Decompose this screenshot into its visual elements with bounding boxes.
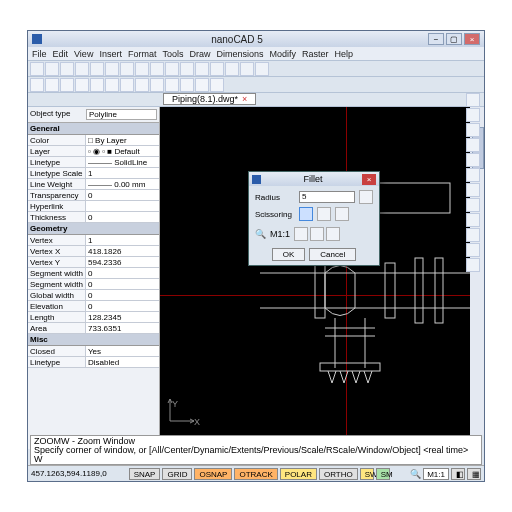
tool-icon[interactable] bbox=[105, 62, 119, 76]
command-line[interactable]: ZOOMW - Zoom Window Specify corner of wi… bbox=[30, 435, 482, 465]
status-sw[interactable]: SW bbox=[360, 468, 374, 480]
tool-icon[interactable] bbox=[30, 62, 44, 76]
tool-icon[interactable] bbox=[195, 78, 209, 92]
prop-value[interactable]: 594.2336 bbox=[86, 257, 159, 267]
prop-value[interactable]: 128.2345 bbox=[86, 312, 159, 322]
tool-icon[interactable] bbox=[150, 78, 164, 92]
vtool-icon[interactable] bbox=[466, 93, 480, 107]
tool-icon[interactable] bbox=[75, 78, 89, 92]
file-tab-close-icon[interactable]: × bbox=[242, 93, 247, 105]
prop-value[interactable]: 0 bbox=[86, 279, 159, 289]
status-snap[interactable]: SNAP bbox=[129, 468, 161, 480]
tool-icon[interactable] bbox=[225, 62, 239, 76]
prop-value[interactable]: Disabled bbox=[86, 357, 159, 367]
status-polar[interactable]: POLAR bbox=[280, 468, 317, 480]
vtool-icon[interactable] bbox=[466, 258, 480, 272]
scissor-mode-icon[interactable] bbox=[335, 207, 349, 221]
prop-value[interactable]: ▫ ◉ ▫ ■ Default bbox=[86, 146, 159, 156]
tool-icon[interactable] bbox=[60, 62, 74, 76]
tool-icon[interactable] bbox=[90, 78, 104, 92]
vtool-icon[interactable] bbox=[466, 123, 480, 137]
tool-icon[interactable] bbox=[150, 62, 164, 76]
vtool-icon[interactable] bbox=[466, 168, 480, 182]
close-button[interactable]: × bbox=[464, 33, 480, 45]
tool-icon[interactable] bbox=[255, 62, 269, 76]
vtool-icon[interactable] bbox=[466, 138, 480, 152]
menu-modify[interactable]: Modify bbox=[269, 47, 296, 60]
scissor-mode-icon[interactable] bbox=[299, 207, 313, 221]
status-extra-icon[interactable]: ◧ bbox=[451, 468, 465, 480]
tool-icon[interactable] bbox=[195, 62, 209, 76]
tool-icon[interactable] bbox=[75, 62, 89, 76]
tool-icon[interactable] bbox=[30, 78, 44, 92]
pencil-icon[interactable] bbox=[359, 190, 373, 204]
tool-icon[interactable] bbox=[180, 78, 194, 92]
menu-dimensions[interactable]: Dimensions bbox=[216, 47, 263, 60]
dialog-close-button[interactable]: × bbox=[362, 174, 376, 185]
prop-value[interactable]: Yes bbox=[86, 346, 159, 356]
minimize-button[interactable]: − bbox=[428, 33, 444, 45]
menu-tools[interactable]: Tools bbox=[162, 47, 183, 60]
maximize-button[interactable]: ▢ bbox=[446, 33, 462, 45]
tool-icon[interactable] bbox=[180, 62, 194, 76]
tool-icon[interactable] bbox=[165, 62, 179, 76]
ok-button[interactable]: OK bbox=[272, 248, 306, 261]
prop-value[interactable] bbox=[86, 201, 159, 211]
status-sm[interactable]: SM bbox=[376, 468, 390, 480]
prop-value[interactable]: 1 bbox=[86, 235, 159, 245]
prop-value[interactable]: □ By Layer bbox=[86, 135, 159, 145]
vtool-icon[interactable] bbox=[466, 213, 480, 227]
file-tab[interactable]: Piping(8.1).dwg*× bbox=[163, 93, 256, 105]
scissor-mode-icon[interactable] bbox=[317, 207, 331, 221]
vtool-icon[interactable] bbox=[466, 228, 480, 242]
drawing-canvas[interactable]: YX bbox=[160, 107, 470, 449]
menu-file[interactable]: File bbox=[32, 47, 47, 60]
tool-icon[interactable] bbox=[45, 78, 59, 92]
dialog-titlebar[interactable]: Fillet × bbox=[249, 172, 379, 186]
tool-icon[interactable] bbox=[120, 62, 134, 76]
menu-view[interactable]: View bbox=[74, 47, 93, 60]
prop-value[interactable]: 0 bbox=[86, 301, 159, 311]
status-scale[interactable]: M1:1 bbox=[423, 468, 449, 480]
tool-icon[interactable] bbox=[240, 62, 254, 76]
vtool-icon[interactable] bbox=[466, 153, 480, 167]
tool-icon[interactable] bbox=[210, 78, 224, 92]
menu-format[interactable]: Format bbox=[128, 47, 157, 60]
prop-value[interactable]: 0 bbox=[86, 290, 159, 300]
status-otrack[interactable]: OTRACK bbox=[234, 468, 277, 480]
dialog-tool-icon[interactable] bbox=[326, 227, 340, 241]
prop-value[interactable]: 733.6351 bbox=[86, 323, 159, 333]
radius-input[interactable]: 5 bbox=[299, 191, 355, 203]
vtool-icon[interactable] bbox=[466, 108, 480, 122]
status-ortho[interactable]: ORTHO bbox=[319, 468, 358, 480]
tool-icon[interactable] bbox=[135, 78, 149, 92]
prop-value[interactable]: 418.1826 bbox=[86, 246, 159, 256]
menu-help[interactable]: Help bbox=[335, 47, 354, 60]
prop-value[interactable]: 1 bbox=[86, 168, 159, 178]
prop-value[interactable]: 0 bbox=[86, 190, 159, 200]
dialog-tool-icon[interactable] bbox=[294, 227, 308, 241]
menu-edit[interactable]: Edit bbox=[53, 47, 69, 60]
vtool-icon[interactable] bbox=[466, 183, 480, 197]
status-extra-icon[interactable]: ▦ bbox=[467, 468, 481, 480]
menu-raster[interactable]: Raster bbox=[302, 47, 329, 60]
status-grid[interactable]: GRID bbox=[162, 468, 192, 480]
menu-draw[interactable]: Draw bbox=[189, 47, 210, 60]
tool-icon[interactable] bbox=[210, 62, 224, 76]
prop-value[interactable]: ——— SolidLine bbox=[86, 157, 159, 167]
status-osnap[interactable]: OSNAP bbox=[194, 468, 232, 480]
prop-value[interactable]: 0 bbox=[86, 212, 159, 222]
vtool-icon[interactable] bbox=[466, 243, 480, 257]
tool-icon[interactable] bbox=[45, 62, 59, 76]
tool-icon[interactable] bbox=[165, 78, 179, 92]
cancel-button[interactable]: Cancel bbox=[309, 248, 356, 261]
vtool-icon[interactable] bbox=[466, 198, 480, 212]
menu-insert[interactable]: Insert bbox=[99, 47, 122, 60]
tool-icon[interactable] bbox=[90, 62, 104, 76]
prop-value[interactable]: ——— 0.00 mm bbox=[86, 179, 159, 189]
dialog-tool-icon[interactable] bbox=[310, 227, 324, 241]
object-type-value[interactable]: Polyline bbox=[86, 109, 157, 120]
tool-icon[interactable] bbox=[135, 62, 149, 76]
tool-icon[interactable] bbox=[60, 78, 74, 92]
tool-icon[interactable] bbox=[105, 78, 119, 92]
